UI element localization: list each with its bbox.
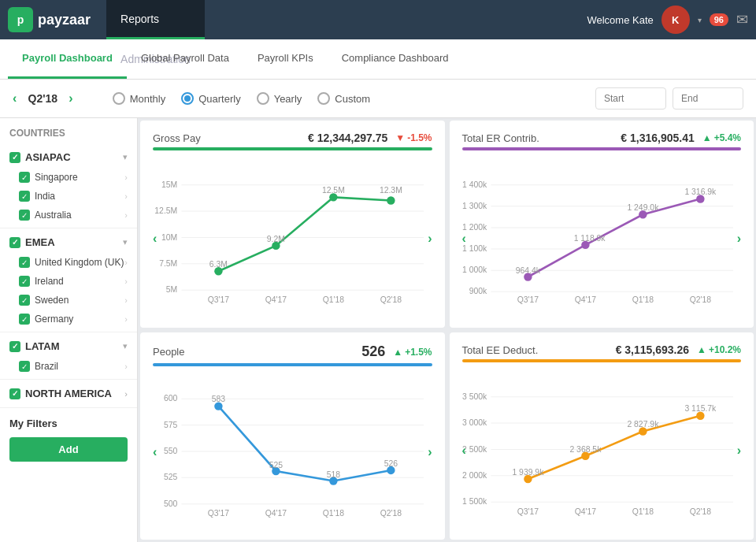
svg-text:1 200k: 1 200k (462, 223, 487, 232)
svg-text:Q1'18: Q1'18 (632, 295, 654, 304)
sidebar-item-india[interactable]: ✓ India › (0, 187, 137, 206)
sidebar-item-ireland[interactable]: ✓ Ireland › (0, 272, 137, 291)
logo-icon: p (8, 7, 33, 32)
svg-text:9.2M: 9.2M (267, 235, 285, 243)
svg-text:964.4k: 964.4k (515, 266, 540, 275)
svg-text:Q2'18: Q2'18 (689, 295, 711, 304)
people-bar (153, 363, 432, 366)
ireland-checkbox[interactable]: ✓ (19, 276, 30, 287)
emea-label: ✓ EMEA (9, 236, 55, 248)
germany-checkbox[interactable]: ✓ (19, 314, 30, 325)
emea-checkbox[interactable]: ✓ (9, 237, 20, 248)
svg-text:900k: 900k (469, 287, 487, 295)
period-prev-button[interactable]: ‹ (13, 91, 17, 106)
asiapac-checkbox[interactable]: ✓ (9, 152, 20, 163)
nav-reports[interactable]: Reports (106, 0, 205, 39)
svg-text:2 827.9k: 2 827.9k (627, 420, 659, 429)
people-prev[interactable]: ‹ (153, 445, 157, 459)
tab-global-payroll[interactable]: Global Payroll Data (127, 39, 243, 79)
tab-payroll-kpis[interactable]: Payroll KPIs (243, 39, 328, 79)
message-icon[interactable]: ✉ (736, 11, 748, 28)
ee-prev[interactable]: ‹ (462, 444, 466, 458)
gross-pay-bar (153, 147, 432, 150)
people-next[interactable]: › (428, 445, 432, 459)
svg-text:1 249.0k: 1 249.0k (627, 203, 659, 212)
radio-custom-circle (317, 92, 330, 105)
header-right: Welcome Kate K ▾ 96 ✉ (587, 6, 748, 34)
asiapac-chevron: ▾ (123, 152, 128, 162)
ee-delta-icon: ▲ (697, 344, 706, 355)
latam-checkbox[interactable]: ✓ (9, 341, 20, 352)
na-label: ✓ NORTH AMERICA (9, 388, 112, 399)
uk-checkbox[interactable]: ✓ (19, 257, 30, 268)
notification-badge[interactable]: 96 (710, 13, 728, 26)
sidebar-item-singapore[interactable]: ✓ Singapore › (0, 168, 137, 187)
charts-area: Gross Pay € 12,344,297.75 ▼ -1.5% ‹ › 15… (138, 118, 756, 542)
er-next[interactable]: › (737, 232, 741, 246)
tab-payroll-dashboard[interactable]: Payroll Dashboard (8, 39, 127, 79)
svg-text:600: 600 (164, 394, 178, 403)
chevron-down-icon[interactable]: ▾ (698, 16, 702, 24)
sidebar-item-brazil[interactable]: ✓ Brazil › (0, 357, 137, 376)
gross-pay-prev[interactable]: ‹ (153, 232, 157, 246)
period-yearly[interactable]: Yearly (257, 92, 302, 105)
sidebar: Countries ✓ ASIAPAC ▾ ✓ Singapore › ✓ (0, 118, 138, 542)
period-monthly[interactable]: Monthly (113, 92, 166, 105)
brazil-checkbox[interactable]: ✓ (19, 361, 30, 372)
sweden-checkbox[interactable]: ✓ (19, 295, 30, 306)
svg-text:1 400k: 1 400k (462, 180, 487, 189)
latam-chevron: ▾ (123, 341, 128, 351)
end-date-input[interactable] (673, 87, 743, 110)
sidebar-item-uk[interactable]: ✓ United Kingdom (UK) › (0, 253, 137, 272)
chart-er-header: Total ER Contrib. € 1,316,905.41 ▲ +5.4% (462, 132, 742, 144)
gross-pay-next[interactable]: › (428, 232, 432, 246)
sidebar-group-latam-header[interactable]: ✓ LATAM ▾ (0, 336, 137, 357)
sidebar-group-emea-header[interactable]: ✓ EMEA ▾ (0, 232, 137, 253)
er-bar (462, 147, 742, 150)
chart-people: People 526 ▲ +1.5% ‹ › 600 575 550 525 5… (140, 332, 445, 540)
svg-text:Q3'17: Q3'17 (208, 295, 230, 304)
svg-text:583: 583 (212, 395, 226, 403)
avatar[interactable]: K (662, 6, 690, 34)
svg-text:Q1'18: Q1'18 (632, 507, 654, 516)
ee-next[interactable]: › (737, 444, 741, 458)
sidebar-item-australia[interactable]: ✓ Australia › (0, 206, 137, 225)
svg-text:3 000k: 3 000k (462, 418, 487, 427)
emea-text: EMEA (25, 236, 55, 248)
india-checkbox[interactable]: ✓ (19, 191, 30, 202)
australia-checkbox[interactable]: ✓ (19, 210, 30, 221)
ee-delta: ▲ +10.2% (697, 344, 741, 355)
svg-text:500: 500 (164, 499, 178, 508)
svg-text:Q3'17: Q3'17 (208, 509, 230, 518)
sidebar-group-asiapac: ✓ ASIAPAC ▾ ✓ Singapore › ✓ India › (0, 143, 137, 228)
period-monthly-label: Monthly (130, 93, 166, 105)
svg-text:Q4'17: Q4'17 (265, 295, 287, 304)
main-layout: Countries ✓ ASIAPAC ▾ ✓ Singapore › ✓ (0, 118, 756, 542)
svg-text:518: 518 (327, 470, 341, 479)
singapore-checkbox[interactable]: ✓ (19, 172, 30, 183)
sidebar-item-germany[interactable]: ✓ Germany › (0, 310, 137, 329)
na-checkbox[interactable]: ✓ (9, 388, 20, 399)
sidebar-group-asiapac-header[interactable]: ✓ ASIAPAC ▾ (0, 147, 137, 168)
people-value: 526 (361, 343, 385, 360)
delta-down-icon: ▼ (395, 132, 405, 143)
sidebar-group-na-header[interactable]: ✓ NORTH AMERICA › (0, 383, 137, 404)
svg-text:12.5M: 12.5M (322, 186, 345, 195)
er-prev[interactable]: ‹ (462, 232, 466, 246)
sweden-arrow: › (124, 295, 128, 305)
svg-text:1 118.9k: 1 118.9k (573, 234, 606, 243)
tab-compliance[interactable]: Compliance Dashboard (328, 39, 463, 79)
sidebar-item-sweden[interactable]: ✓ Sweden › (0, 291, 137, 310)
svg-text:Q2'18: Q2'18 (380, 295, 402, 304)
app-header: p payzaar Home Reports Administration We… (0, 0, 756, 39)
period-quarterly[interactable]: Quarterly (181, 92, 240, 105)
radio-monthly-circle (113, 92, 125, 105)
people-delta-icon: ▲ (393, 347, 402, 358)
period-next-button[interactable]: › (69, 91, 72, 106)
svg-text:Q2'18: Q2'18 (689, 507, 711, 516)
period-custom-label: Custom (335, 93, 370, 105)
svg-text:Q4'17: Q4'17 (574, 507, 596, 516)
start-date-input[interactable] (595, 87, 666, 110)
period-custom[interactable]: Custom (317, 92, 370, 105)
add-filter-button[interactable]: Add (9, 437, 128, 462)
